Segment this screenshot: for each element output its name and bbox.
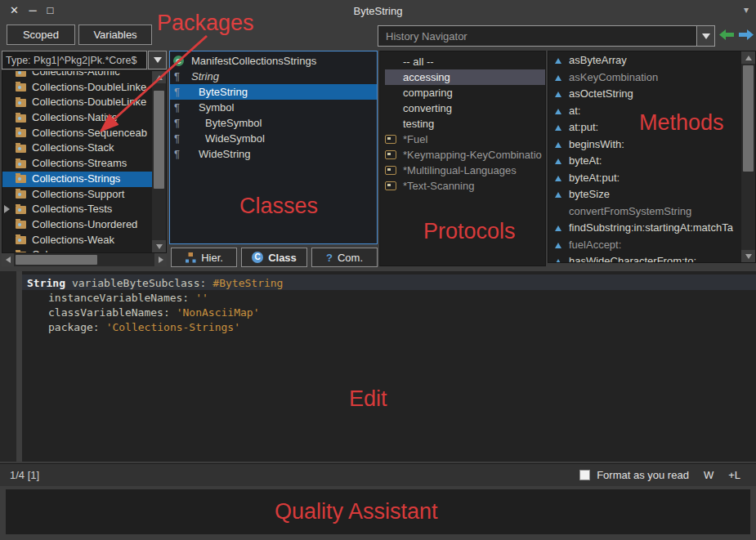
method-list-item[interactable]: at:put: [548, 119, 741, 136]
method-list-item[interactable]: byteAt: [548, 153, 741, 170]
code-selector: variableByteSubclass: [72, 277, 206, 289]
method-arrow-icon [555, 158, 561, 164]
package-label: Collections-Weak [32, 233, 114, 248]
method-vertical-scrollbar[interactable] [741, 51, 755, 262]
protocol-list-item[interactable]: -- all -- [385, 54, 545, 69]
code-line: instanceVariableNames:'' [48, 291, 208, 306]
history-navigator-combo[interactable]: History Navigator [378, 25, 715, 47]
method-list-item[interactable]: findSubstring:in:startingAt:matchTa [548, 220, 741, 237]
class-list-item[interactable]: ¶ByteSymbol [170, 115, 377, 131]
protocol-list-item[interactable]: *Keymapping-KeyCombinatio [385, 147, 545, 163]
package-folder-icon [16, 129, 26, 137]
package-list-item-selected[interactable]: Collections-Strings [2, 172, 152, 187]
protocol-list-item[interactable]: *Multilingual-Languages [385, 163, 545, 178]
class-list-item-selected[interactable]: ¶ByteString [170, 84, 377, 100]
method-label: asKeyCombination [569, 69, 658, 87]
method-list-item[interactable]: byteAt:put: [548, 170, 741, 187]
package-list-item[interactable]: Colors [2, 248, 152, 253]
package-list-item[interactable]: Collections-Native [2, 110, 152, 126]
protocol-list-item[interactable]: *Text-Scanning [385, 178, 545, 194]
format-checkbox[interactable] [579, 470, 590, 480]
method-arrow-icon [555, 58, 561, 64]
method-list-item[interactable]: convertFromSystemString [548, 203, 741, 221]
package-folder-icon [16, 99, 26, 107]
scroll-left-icon[interactable] [2, 253, 14, 266]
class-list-item[interactable]: CManifestCollectionsStrings [170, 53, 377, 69]
protocol-list-item-selected[interactable]: accessing [385, 69, 545, 85]
package-label: Collections-DoubleLinke [32, 95, 146, 110]
extension-folder-icon [385, 166, 396, 175]
method-list-item[interactable]: beginsWith: [548, 136, 741, 154]
variables-button[interactable]: Variables [78, 25, 152, 45]
package-filter-dropdown-button[interactable] [148, 51, 167, 69]
scroll-up-icon[interactable] [741, 51, 755, 64]
forward-arrow-icon[interactable] [739, 29, 754, 40]
scoped-button[interactable]: Scoped [7, 25, 75, 45]
package-vertical-scrollbar[interactable] [152, 71, 166, 252]
package-list-item[interactable]: Collections-Atomic [2, 70, 152, 80]
protocol-list-item[interactable]: testing [385, 116, 545, 132]
package-folder-icon [16, 160, 26, 168]
method-list-item[interactable]: hasWideCharacterFrom:to: [548, 253, 741, 263]
scroll-down-icon[interactable] [741, 250, 755, 262]
class-list-item[interactable]: ¶WideSymbol [170, 131, 377, 146]
scroll-down-icon[interactable] [152, 240, 166, 252]
scroll-right-icon[interactable] [154, 253, 167, 266]
class-list-item[interactable]: ¶String [170, 69, 377, 84]
method-list-item[interactable]: asKeyCombination [548, 69, 741, 87]
scrollbar-thumb[interactable] [743, 65, 754, 172]
package-list-item[interactable]: Collections-Tests [2, 202, 152, 217]
package-list-item[interactable]: Collections-Unordered [2, 217, 152, 233]
code-string-literal: 'NonAsciiMap' [177, 306, 260, 319]
method-list-item[interactable]: asOctetString [548, 86, 741, 103]
method-list-item[interactable]: at: [548, 103, 741, 120]
expand-arrow-icon[interactable] [4, 205, 10, 213]
pilcrow-icon: ¶ [174, 69, 180, 84]
extension-folder-icon [385, 181, 396, 190]
method-list-item[interactable]: fuelAccept: [548, 237, 741, 254]
back-arrow-icon[interactable] [719, 29, 734, 40]
protocol-list-item[interactable]: converting [385, 100, 545, 116]
package-folder-icon [16, 114, 26, 123]
code-editor[interactable]: StringvariableByteSubclass:#ByteString i… [0, 271, 756, 462]
class-list-item[interactable]: ¶Symbol [170, 100, 377, 115]
editor-ruler [16, 271, 22, 462]
format-label: Format as you read [597, 469, 689, 481]
package-filter-input[interactable] [2, 51, 147, 69]
hierarchy-button[interactable]: Hier. [171, 248, 237, 267]
protocol-list-item[interactable]: *Fuel [385, 132, 545, 147]
package-list: Collections-Atomic Collections-DoubleLin… [2, 70, 167, 253]
scrollbar-thumb[interactable] [154, 91, 164, 189]
package-list-item[interactable]: Collections-DoubleLinke [2, 80, 152, 96]
package-list-item[interactable]: Collections-Weak [2, 233, 152, 248]
scroll-up-icon[interactable] [152, 71, 166, 83]
class-side-button[interactable]: C Class [241, 248, 307, 267]
window-menu-icon[interactable]: ▾ [744, 4, 749, 16]
package-horizontal-scrollbar[interactable] [2, 253, 167, 266]
package-label: Collections-DoubleLinke [32, 80, 146, 96]
line-numbers-toggle[interactable]: +L [728, 469, 740, 481]
package-list-item[interactable]: Collections-Stack [2, 141, 152, 156]
method-arrow-icon [555, 109, 561, 114]
class-label: ByteSymbol [205, 115, 262, 131]
class-list-item[interactable]: ¶WideString [170, 146, 377, 162]
method-list-item[interactable]: asByteArray [548, 52, 741, 69]
package-list-item[interactable]: Collections-Streams [2, 156, 152, 172]
scrollbar-thumb[interactable] [16, 255, 97, 265]
package-folder-icon [16, 145, 26, 153]
package-list-item[interactable]: Collections-Sequenceab [2, 126, 152, 141]
protocol-list-item[interactable]: comparing [385, 85, 545, 100]
code-string-literal: 'Collections-Strings' [106, 321, 240, 333]
package-list-item[interactable]: Collections-Support [2, 187, 152, 203]
method-label: beginsWith: [569, 136, 624, 154]
package-label: Collections-Native [32, 110, 118, 126]
wrap-toggle[interactable]: W [704, 469, 714, 481]
method-list-item[interactable]: byteSize [548, 186, 741, 203]
history-dropdown-button[interactable] [696, 26, 714, 46]
package-label: Collections-Atomic [32, 70, 120, 80]
question-icon: ? [326, 252, 333, 264]
comment-button[interactable]: ? Com. [311, 248, 378, 267]
class-label: Symbol [199, 100, 234, 115]
package-list-item[interactable]: Collections-DoubleLinke [2, 95, 152, 110]
protocol-list: -- all -- accessing comparing converting… [379, 51, 546, 266]
